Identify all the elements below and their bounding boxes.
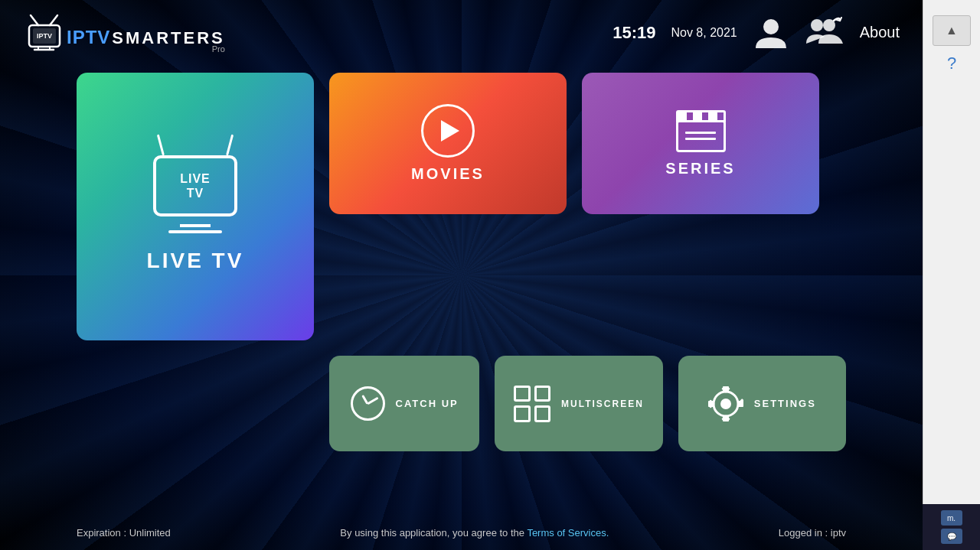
movies-label: MOVIES <box>411 165 485 183</box>
logo-iptv: IPTV <box>67 28 110 47</box>
header: IPTV IPTV SMARTERS Pro 15:19 Nov 8, 2021 <box>0 0 923 65</box>
series-clapper-icon <box>676 110 726 152</box>
logo-pro: Pro <box>67 45 225 54</box>
footer-expiration: Expiration : Unlimited <box>77 527 171 539</box>
antenna-right <box>226 135 234 156</box>
svg-point-8 <box>763 19 779 34</box>
series-card[interactable]: SERIES <box>582 73 819 214</box>
screen-cell-3 <box>514 405 531 422</box>
header-right: 15:19 Nov 8, 2021 About <box>612 15 900 51</box>
user-icon[interactable] <box>753 15 789 51</box>
switch-users-icon[interactable] <box>805 15 844 51</box>
live-tv-icon: LIVE TV <box>153 155 237 216</box>
series-label: SERIES <box>665 160 735 177</box>
svg-point-9 <box>811 19 823 31</box>
sidebar-up-button[interactable]: ▲ <box>933 15 971 46</box>
multiscreen-card[interactable]: MULTISCREEN <box>495 356 662 451</box>
live-tv-label: LIVE TV <box>147 249 244 273</box>
svg-point-20 <box>720 399 731 409</box>
logo-svg: IPTV <box>23 11 65 54</box>
logo-smarters: SMARTERS <box>112 30 224 47</box>
svg-line-1 <box>50 15 57 25</box>
movies-play-icon <box>421 104 475 158</box>
main-app: IPTV IPTV SMARTERS Pro 15:19 Nov 8, 2021 <box>0 0 923 550</box>
taskbar-icon-2[interactable]: 💬 <box>941 529 962 544</box>
clapper-stripe-1 <box>678 112 688 120</box>
right-sidebar: ▲ ? <box>933 15 971 73</box>
taskbar-icon-1[interactable]: m. <box>941 510 962 526</box>
live-tv-card[interactable]: LIVE TV LIVE TV <box>77 73 314 340</box>
logo-tv-icon: IPTV <box>23 11 65 54</box>
settings-card[interactable]: SETTINGS <box>678 356 846 451</box>
svg-line-0 <box>31 15 38 25</box>
footer-terms: By using this application, you agree to … <box>340 527 609 539</box>
multiscreen-label: MULTISCREEN <box>561 399 644 409</box>
antenna-left <box>157 135 165 156</box>
clapper-line-2 <box>685 138 716 140</box>
main-content: LIVE TV LIVE TV MOVIES <box>0 65 923 459</box>
grid-row-1: LIVE TV LIVE TV MOVIES <box>77 73 846 340</box>
screen-cell-2 <box>534 386 551 402</box>
tv-body: LIVE TV <box>153 155 237 216</box>
sidebar-question-icon[interactable]: ? <box>947 54 956 73</box>
time-display: 15:19 <box>612 23 655 43</box>
catchup-label: CATCH UP <box>396 398 459 409</box>
about-button[interactable]: About <box>860 24 900 41</box>
clock-min-hand <box>367 396 378 405</box>
screen-cell-4 <box>534 405 551 422</box>
tv-body-text: LIVE TV <box>180 171 211 200</box>
date-display: Nov 8, 2021 <box>671 26 737 40</box>
svg-text:IPTV: IPTV <box>37 32 52 40</box>
settings-gear-icon <box>708 386 743 421</box>
multiscreen-icon <box>514 386 550 422</box>
logo-area: IPTV IPTV SMARTERS Pro <box>23 11 225 54</box>
catchup-card[interactable]: CATCH UP <box>329 356 479 451</box>
play-triangle <box>441 120 459 142</box>
terms-of-service-link[interactable]: Terms of Services. <box>527 527 609 539</box>
settings-label: SETTINGS <box>754 398 816 409</box>
clapper-lines <box>685 132 716 140</box>
footer: Expiration : Unlimited By using this app… <box>0 527 923 539</box>
footer-logged-in: Logged in : iptv <box>779 527 846 539</box>
grid-row-2: CATCH UP MULTISCREEN <box>329 356 846 451</box>
clapper-line-1 <box>685 132 716 134</box>
clapper-stripe-3 <box>708 112 717 120</box>
movies-card[interactable]: MOVIES <box>329 73 567 214</box>
right-panel: ▲ ? m. 💬 <box>923 0 980 550</box>
catchup-clock-icon <box>351 386 385 421</box>
screen-cell-1 <box>514 386 531 402</box>
clapper-stripe-2 <box>693 112 702 120</box>
bottom-taskbar: m. 💬 <box>923 504 980 550</box>
clapper-body <box>676 120 726 152</box>
